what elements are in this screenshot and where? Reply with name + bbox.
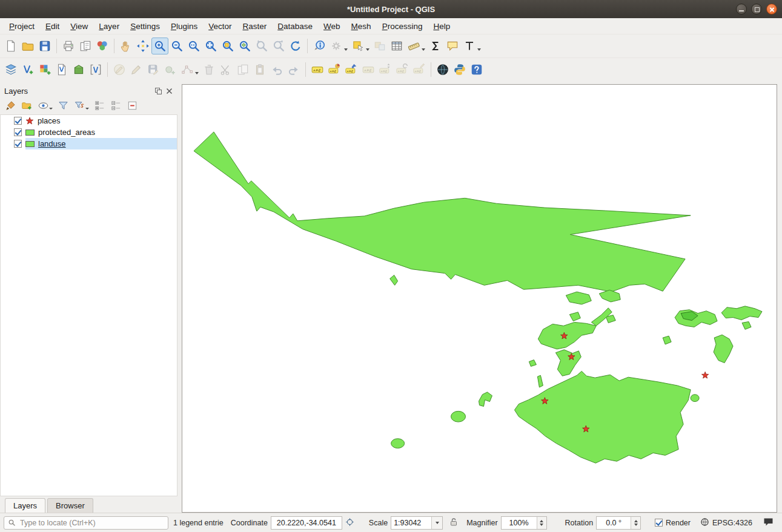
maximize-button[interactable]: [751, 4, 762, 15]
run-feature-action-icon[interactable]: [328, 38, 345, 54]
rotation-input[interactable]: [597, 518, 631, 528]
new-virtual-layer-icon[interactable]: [87, 61, 104, 78]
delete-selected-icon[interactable]: [200, 61, 217, 78]
panel-close-icon[interactable]: [165, 87, 173, 95]
add-vector-layer-icon[interactable]: [19, 61, 36, 78]
filter-legend-by-expression-icon[interactable]: [72, 98, 87, 113]
new-shapefile-layer-icon[interactable]: [53, 61, 70, 78]
layer-checkbox[interactable]: [14, 140, 22, 148]
open-project-icon[interactable]: [19, 38, 36, 54]
crs-text[interactable]: EPSG:4326: [712, 519, 752, 527]
save-layer-edits-icon[interactable]: [145, 61, 162, 78]
menu-mesh[interactable]: Mesh: [346, 20, 377, 33]
layer-row-places[interactable]: places: [1, 115, 177, 126]
deselect-features-icon[interactable]: [371, 38, 388, 54]
coordinate-box[interactable]: [271, 516, 342, 530]
menu-view[interactable]: View: [65, 20, 93, 33]
menu-edit[interactable]: Edit: [40, 20, 65, 33]
magnifier-spin-icons[interactable]: [537, 517, 546, 529]
show-layout-manager-icon[interactable]: [77, 38, 94, 54]
open-attribute-table-icon[interactable]: [388, 38, 405, 54]
locator-bar[interactable]: [4, 516, 168, 530]
zoom-out-icon[interactable]: [168, 38, 185, 54]
crs-icon[interactable]: [700, 517, 709, 528]
messages-icon[interactable]: [763, 517, 774, 528]
pin-labels-icon[interactable]: [343, 61, 360, 78]
layer-checkbox[interactable]: [14, 117, 22, 125]
remove-layer-icon[interactable]: [125, 98, 139, 113]
menu-database[interactable]: Database: [272, 20, 318, 33]
scale-dropdown-icon[interactable]: [431, 517, 442, 529]
rotation-spin-icons[interactable]: [631, 517, 640, 529]
manage-map-themes-icon[interactable]: [36, 98, 50, 113]
coordinate-extent-icon[interactable]: [345, 517, 354, 528]
zoom-full-icon[interactable]: [202, 38, 219, 54]
add-group-icon[interactable]: [19, 98, 34, 113]
menu-layer[interactable]: Layer: [93, 20, 125, 33]
cut-features-icon[interactable]: [217, 61, 234, 78]
expand-all-icon[interactable]: [92, 98, 107, 113]
pan-to-selection-icon[interactable]: [134, 38, 151, 54]
tab-layers[interactable]: Layers: [5, 498, 45, 513]
panel-splitter[interactable]: [177, 84, 182, 513]
text-annotation-icon[interactable]: [461, 38, 478, 54]
select-features-icon[interactable]: [350, 38, 366, 54]
statistical-summary-icon[interactable]: [427, 38, 444, 54]
magnifier-input[interactable]: [502, 518, 537, 528]
pan-map-icon[interactable]: [118, 38, 134, 54]
layer-diagram-icon[interactable]: [326, 61, 343, 78]
python-console-icon[interactable]: [451, 61, 468, 78]
dropdown-caret-icon[interactable]: [85, 108, 89, 110]
filter-legend-icon[interactable]: [56, 98, 70, 113]
measure-icon[interactable]: [405, 38, 422, 54]
move-label-icon[interactable]: [377, 61, 394, 78]
zoom-in-icon[interactable]: [151, 38, 168, 54]
magnifier-spinbox[interactable]: [501, 516, 547, 530]
menu-project[interactable]: Project: [4, 20, 40, 33]
menu-help[interactable]: Help: [428, 20, 456, 33]
layer-checkbox[interactable]: [14, 128, 22, 136]
menu-vector[interactable]: Vector: [203, 20, 237, 33]
close-button[interactable]: [766, 4, 777, 15]
dropdown-caret-icon[interactable]: [366, 48, 369, 51]
dropdown-caret-icon[interactable]: [422, 48, 425, 51]
rotate-label-icon[interactable]: [394, 61, 411, 78]
vertex-tool-icon[interactable]: [179, 61, 196, 78]
dropdown-caret-icon[interactable]: [49, 108, 53, 110]
tab-browser[interactable]: Browser: [47, 498, 93, 513]
data-source-manager-icon[interactable]: [2, 61, 19, 78]
lock-scale-icon[interactable]: [449, 517, 458, 528]
show-hidden-labels-icon[interactable]: [360, 61, 377, 78]
collapse-all-icon[interactable]: [108, 98, 123, 113]
zoom-next-icon[interactable]: [270, 38, 287, 54]
refresh-icon[interactable]: [287, 38, 304, 54]
save-project-icon[interactable]: [36, 38, 53, 54]
new-geopackage-layer-icon[interactable]: [70, 61, 87, 78]
menu-processing[interactable]: Processing: [377, 20, 428, 33]
coordinate-input[interactable]: [271, 518, 342, 528]
panel-float-icon[interactable]: [154, 87, 162, 95]
menu-web[interactable]: Web: [318, 20, 346, 33]
zoom-native-icon[interactable]: [185, 38, 202, 54]
dropdown-caret-icon[interactable]: [477, 48, 481, 51]
paste-features-icon[interactable]: [251, 61, 268, 78]
layer-labeling-icon[interactable]: [309, 61, 326, 78]
add-raster-layer-icon[interactable]: [36, 61, 53, 78]
menu-raster[interactable]: Raster: [237, 20, 273, 33]
menu-settings[interactable]: Settings: [125, 20, 165, 33]
toggle-editing-icon[interactable]: [128, 61, 145, 78]
zoom-to-selection-icon[interactable]: [219, 38, 236, 54]
layer-row-landuse[interactable]: landuse: [1, 138, 177, 149]
rotation-spinbox[interactable]: [596, 516, 641, 530]
new-print-layout-icon[interactable]: [60, 38, 77, 54]
add-feature-icon[interactable]: [162, 61, 179, 78]
undo-icon[interactable]: [268, 61, 285, 78]
menu-plugins[interactable]: Plugins: [165, 20, 203, 33]
layer-row-protected-areas[interactable]: protected_areas: [1, 126, 177, 138]
identify-features-icon[interactable]: [311, 38, 328, 54]
render-checkbox[interactable]: [655, 519, 663, 527]
metasearch-icon[interactable]: [434, 61, 451, 78]
redo-icon[interactable]: [285, 61, 302, 78]
open-layer-styling-icon[interactable]: [3, 98, 18, 113]
current-edits-icon[interactable]: [111, 61, 128, 78]
